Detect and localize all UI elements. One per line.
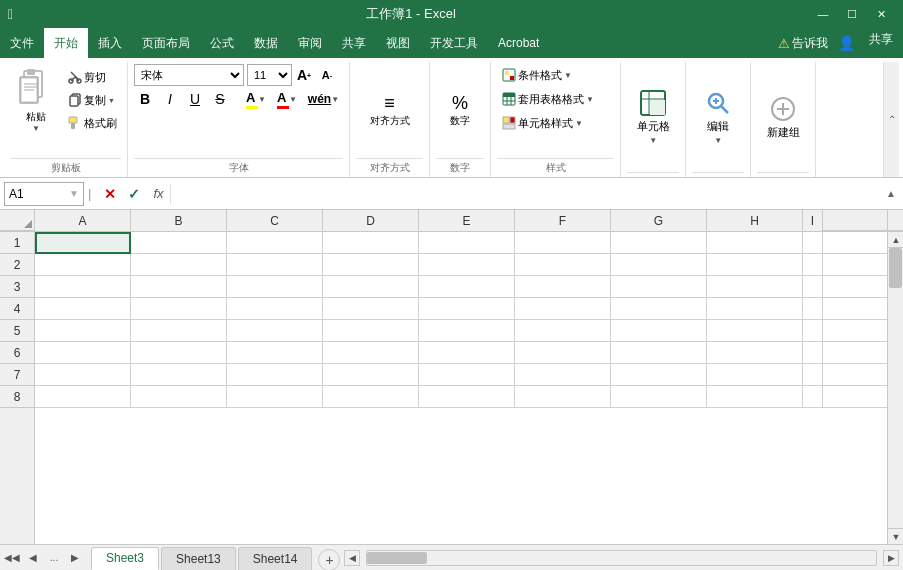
italic-button[interactable]: I — [159, 88, 181, 110]
cell-e6[interactable] — [419, 342, 515, 364]
scroll-track[interactable] — [888, 248, 903, 528]
cell-b4[interactable] — [131, 298, 227, 320]
cell-f2[interactable] — [515, 254, 611, 276]
cell-i2[interactable] — [803, 254, 823, 276]
cell-b5[interactable] — [131, 320, 227, 342]
cell-f5[interactable] — [515, 320, 611, 342]
menu-data[interactable]: 数据 — [244, 28, 288, 58]
font-size-increase-button[interactable]: A+ — [293, 64, 315, 86]
col-header-i[interactable]: I — [803, 210, 823, 231]
cell-f1[interactable] — [515, 232, 611, 254]
cell-h7[interactable] — [707, 364, 803, 386]
col-header-h[interactable]: H — [707, 210, 803, 231]
sheet-tab-sheet13[interactable]: Sheet13 — [161, 547, 236, 571]
cell-d6[interactable] — [323, 342, 419, 364]
cell-g8[interactable] — [611, 386, 707, 408]
cell-c2[interactable] — [227, 254, 323, 276]
col-header-g[interactable]: G — [611, 210, 707, 231]
cell-e5[interactable] — [419, 320, 515, 342]
menu-acrobat[interactable]: Acrobat — [488, 28, 549, 58]
scroll-thumb[interactable] — [889, 248, 902, 288]
cell-g2[interactable] — [611, 254, 707, 276]
cell-b8[interactable] — [131, 386, 227, 408]
cell-h6[interactable] — [707, 342, 803, 364]
paste-button[interactable]: 粘贴 ▼ — [10, 64, 62, 136]
nav-dots-button[interactable]: ... — [44, 548, 64, 568]
cell-b6[interactable] — [131, 342, 227, 364]
cell-c1[interactable] — [227, 232, 323, 254]
cell-a3[interactable] — [35, 276, 131, 298]
col-header-e[interactable]: E — [419, 210, 515, 231]
cell-h2[interactable] — [707, 254, 803, 276]
cell-c4[interactable] — [227, 298, 323, 320]
cell-a2[interactable] — [35, 254, 131, 276]
sheet-tab-sheet3[interactable]: Sheet3 — [91, 547, 159, 571]
col-header-c[interactable]: C — [227, 210, 323, 231]
cell-a7[interactable] — [35, 364, 131, 386]
menu-insert[interactable]: 插入 — [88, 28, 132, 58]
share-button[interactable]: 共享 — [859, 28, 903, 50]
menu-share[interactable]: 共享 — [332, 28, 376, 58]
font-color-button[interactable]: A ▼ — [273, 88, 301, 110]
cell-h8[interactable] — [707, 386, 803, 408]
ribbon-collapse-button[interactable]: ⌃ — [883, 62, 899, 177]
cell-h3[interactable] — [707, 276, 803, 298]
fill-color-button[interactable]: A ▼ — [242, 88, 270, 110]
nav-first-button[interactable]: ◀◀ — [2, 548, 22, 568]
tell-me-menu[interactable]: 告诉我 — [792, 35, 828, 52]
menu-formula[interactable]: 公式 — [200, 28, 244, 58]
menu-view[interactable]: 视图 — [376, 28, 420, 58]
format-painter-button[interactable]: 格式刷 — [64, 112, 121, 134]
bold-button[interactable]: B — [134, 88, 156, 110]
row-num-4[interactable]: 4 — [0, 298, 34, 320]
menu-review[interactable]: 审阅 — [288, 28, 332, 58]
formula-cancel-button[interactable]: ✕ — [99, 183, 121, 205]
cell-a6[interactable] — [35, 342, 131, 364]
vertical-scrollbar[interactable]: ▲ ▼ — [887, 232, 903, 544]
cell-c6[interactable] — [227, 342, 323, 364]
cell-f3[interactable] — [515, 276, 611, 298]
cell-e8[interactable] — [419, 386, 515, 408]
cell-e3[interactable] — [419, 276, 515, 298]
cell-g7[interactable] — [611, 364, 707, 386]
cell-d5[interactable] — [323, 320, 419, 342]
row-num-5[interactable]: 5 — [0, 320, 34, 342]
h-scroll-left[interactable]: ◀ — [344, 550, 360, 566]
row-num-7[interactable]: 7 — [0, 364, 34, 386]
cell-c7[interactable] — [227, 364, 323, 386]
horizontal-scrollbar[interactable] — [366, 550, 877, 566]
cell-d1[interactable] — [323, 232, 419, 254]
cell-g3[interactable] — [611, 276, 707, 298]
cell-i6[interactable] — [803, 342, 823, 364]
cell-e7[interactable] — [419, 364, 515, 386]
row-num-3[interactable]: 3 — [0, 276, 34, 298]
cell-i3[interactable] — [803, 276, 823, 298]
formula-bar-collapse[interactable]: ▲ — [883, 188, 899, 199]
cell-a4[interactable] — [35, 298, 131, 320]
cell-b7[interactable] — [131, 364, 227, 386]
cell-i7[interactable] — [803, 364, 823, 386]
cell-i5[interactable] — [803, 320, 823, 342]
copy-button[interactable]: 复制 ▼ — [64, 89, 121, 111]
cell-f8[interactable] — [515, 386, 611, 408]
cell-c3[interactable] — [227, 276, 323, 298]
h-scroll-thumb[interactable] — [367, 552, 427, 564]
scroll-up-button[interactable]: ▲ — [888, 232, 903, 248]
col-header-f[interactable]: F — [515, 210, 611, 231]
nav-prev-button[interactable]: ◀ — [23, 548, 43, 568]
menu-developer[interactable]: 开发工具 — [420, 28, 488, 58]
add-sheet-button[interactable]: + — [318, 549, 340, 571]
formula-input[interactable] — [173, 180, 883, 208]
formula-confirm-button[interactable]: ✓ — [123, 183, 145, 205]
cell-c8[interactable] — [227, 386, 323, 408]
edit-button[interactable]: 编辑 ▼ — [692, 87, 744, 147]
cell-g1[interactable] — [611, 232, 707, 254]
maximize-button[interactable]: ☐ — [838, 4, 866, 24]
user-icon[interactable]: 👤 — [834, 28, 859, 58]
cell-c5[interactable] — [227, 320, 323, 342]
font-size-select[interactable]: 11 — [247, 64, 292, 86]
cell-e2[interactable] — [419, 254, 515, 276]
cell-e1[interactable] — [419, 232, 515, 254]
cell-reference-box[interactable]: A1 ▼ — [4, 182, 84, 206]
cell-a8[interactable] — [35, 386, 131, 408]
